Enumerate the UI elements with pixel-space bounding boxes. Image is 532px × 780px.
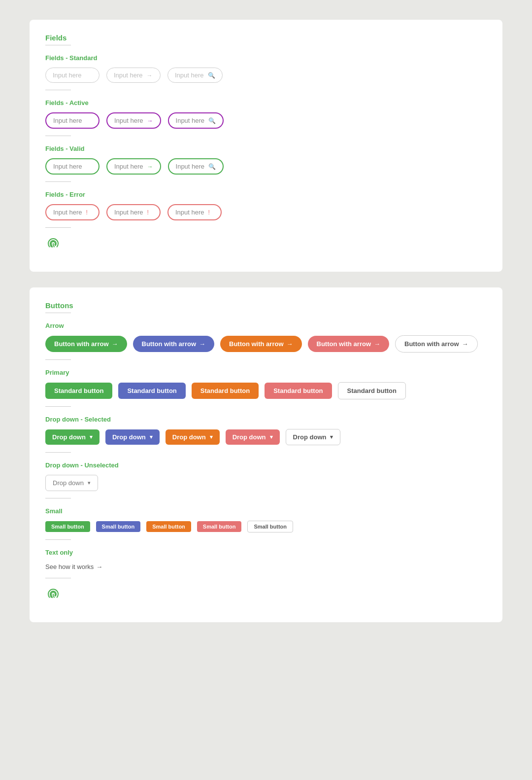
field-error-plain-text: Input here (53, 209, 82, 216)
buttons-title: Buttons (45, 301, 487, 310)
buttons-divider (45, 313, 71, 313)
fields-standard-label: Fields - Standard (45, 54, 487, 62)
field-valid-search[interactable]: Input here 🔍 (168, 158, 224, 175)
chevron-down-icon: ▾ (270, 434, 273, 440)
chevron-down-icon: ▾ (150, 434, 153, 440)
field-active-search[interactable]: Input here 🔍 (168, 112, 224, 129)
field-standard-arrow-text: Input here (114, 71, 143, 79)
arrow-icon: → (374, 340, 380, 348)
primary-btn-outline[interactable]: Standard button (338, 382, 406, 399)
fields-error-label: Fields - Error (45, 191, 487, 198)
exclamation-icon: ! (86, 209, 88, 216)
dropdown-btn-green[interactable]: Drop down ▾ (45, 429, 100, 445)
arrow-icon: → (199, 340, 205, 348)
fields-active-row: Input here Input here → Input here 🔍 (45, 112, 487, 129)
field-error-arrow[interactable]: Input here ! (106, 204, 161, 220)
primary-btn-red[interactable]: Standard button (265, 383, 332, 399)
field-error-search-text: Input here (175, 209, 204, 216)
primary-divider (45, 406, 71, 407)
primary-label: Primary (45, 369, 487, 376)
dropdown-btn-red[interactable]: Drop down ▾ (226, 429, 280, 445)
dropdown-selected-row: Drop down ▾ Drop down ▾ Drop down ▾ Drop… (45, 429, 487, 445)
fields-standard-row: Input here Input here → Input here 🔍 (45, 68, 487, 83)
primary-row: Standard button Standard button Standard… (45, 382, 487, 399)
fields-title: Fields (45, 34, 487, 42)
small-label: Small (45, 507, 487, 515)
field-valid-search-text: Input here (176, 163, 205, 170)
field-standard-arrow[interactable]: Input here → (106, 68, 161, 83)
field-error-arrow-text: Input here (114, 209, 143, 216)
text-only-link-text: See how it works (45, 563, 94, 570)
exclamation-icon: ! (147, 209, 149, 216)
field-active-arrow-text: Input here (114, 117, 143, 124)
primary-btn-green[interactable]: Standard button (45, 383, 112, 399)
field-standard-plain-text: Input here (53, 71, 82, 79)
field-error-search[interactable]: Input here ! (167, 204, 222, 220)
fields-valid-label: Fields - Valid (45, 145, 487, 152)
fields-standard-divider (45, 90, 71, 90)
small-btn-outline[interactable]: Small button (247, 521, 293, 532)
fields-error-divider (45, 227, 71, 228)
primary-btn-purple[interactable]: Standard button (118, 383, 185, 399)
dropdown-selected-label: Drop down - Selected (45, 416, 487, 423)
field-standard-search-text: Input here (175, 71, 204, 79)
arrow-label: Arrow (45, 322, 487, 329)
arrow-icon: → (147, 163, 153, 170)
fields-divider (45, 45, 71, 45)
arrow-btn-orange[interactable]: Button with arrow → (220, 336, 302, 352)
fields-active-label: Fields - Active (45, 99, 487, 106)
field-active-plain-text: Input here (53, 117, 82, 124)
dropdown-unselected-divider (45, 498, 71, 498)
field-active-plain[interactable]: Input here (45, 112, 100, 129)
text-only-link[interactable]: See how it works → (45, 563, 102, 570)
search-icon: 🔍 (208, 163, 216, 170)
arrow-btn-purple[interactable]: Button with arrow → (133, 336, 215, 352)
field-standard-plain[interactable]: Input here (45, 68, 100, 83)
chevron-down-icon: ▾ (88, 480, 91, 486)
small-btn-orange[interactable]: Small button (146, 521, 191, 532)
arrow-icon: → (462, 340, 468, 348)
fields-valid-row: Input here Input here → Input here 🔍 (45, 158, 487, 175)
chevron-down-icon: ▾ (210, 434, 213, 440)
arrow-row: Button with arrow → Button with arrow → … (45, 335, 487, 353)
dropdown-btn-unselected[interactable]: Drop down ▾ (45, 475, 98, 491)
dropdown-btn-outline[interactable]: Drop down ▾ (286, 429, 341, 445)
arrow-icon: → (96, 563, 102, 570)
text-only-divider (45, 578, 71, 578)
dropdown-selected-divider (45, 452, 71, 453)
small-btn-purple[interactable]: Small button (96, 521, 141, 532)
small-divider (45, 539, 71, 540)
dropdown-unselected-label: Drop down - Unselected (45, 461, 487, 469)
dropdown-unselected-row: Drop down ▾ (45, 475, 487, 491)
field-error-plain[interactable]: Input here ! (45, 204, 100, 220)
search-icon: 🔍 (208, 72, 215, 79)
field-valid-plain[interactable]: Input here (45, 158, 100, 175)
fields-valid-divider (45, 181, 71, 182)
dropdown-btn-purple[interactable]: Drop down ▾ (105, 429, 160, 445)
field-active-search-text: Input here (176, 117, 205, 124)
field-valid-plain-text: Input here (53, 163, 82, 170)
field-valid-arrow[interactable]: Input here → (106, 158, 161, 175)
arrow-btn-green[interactable]: Button with arrow → (45, 336, 127, 352)
exclamation-icon: ! (208, 209, 210, 216)
arrow-btn-red[interactable]: Button with arrow → (308, 336, 390, 352)
small-row: Small button Small button Small button S… (45, 521, 487, 532)
field-standard-search[interactable]: Input here 🔍 (167, 68, 223, 83)
small-btn-red[interactable]: Small button (197, 521, 242, 532)
fields-error-row: Input here ! Input here ! Input here ! (45, 204, 487, 220)
field-active-arrow[interactable]: Input here → (106, 112, 161, 129)
fingerprint-icon (45, 587, 487, 606)
arrow-btn-outline[interactable]: Button with arrow → (395, 335, 478, 353)
fingerprint-icon (45, 237, 487, 256)
chevron-down-icon: ▾ (330, 434, 333, 440)
arrow-icon: → (147, 72, 153, 79)
arrow-icon: → (287, 340, 293, 348)
primary-btn-orange[interactable]: Standard button (192, 383, 259, 399)
arrow-divider (45, 359, 71, 360)
arrow-icon: → (112, 340, 118, 348)
small-btn-green[interactable]: Small button (45, 521, 90, 532)
text-only-label: Text only (45, 549, 487, 556)
buttons-card: Buttons Arrow Button with arrow → Button… (30, 287, 502, 622)
arrow-icon: → (147, 117, 153, 124)
dropdown-btn-orange[interactable]: Drop down ▾ (166, 429, 220, 445)
